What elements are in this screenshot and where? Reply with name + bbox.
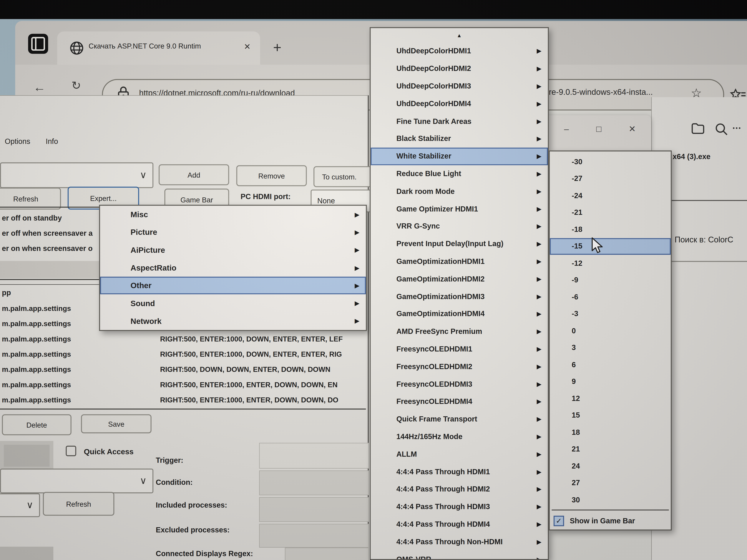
trigger-input[interactable]	[259, 443, 369, 469]
search-icon[interactable]	[715, 123, 728, 136]
value-menu-item[interactable]: -18	[550, 221, 671, 238]
refresh-button[interactable]: Refresh	[0, 188, 61, 209]
value-menu-item[interactable]: -24	[550, 187, 671, 204]
submenu-item[interactable]: VRR G-Sync ▶	[371, 218, 548, 235]
show-in-game-bar-item[interactable]: ✓ Show in Game Bar	[550, 511, 671, 530]
connected-displays-regex-input[interactable]	[285, 548, 369, 560]
submenu-item[interactable]: Reduce Blue Light ▶	[371, 165, 548, 183]
minimize-icon[interactable]: –	[559, 121, 574, 137]
value-menu-item[interactable]: 27	[550, 475, 671, 491]
folder-icon[interactable]	[691, 122, 705, 135]
to-custom-button[interactable]: To custom.	[313, 166, 374, 187]
value-menu-item[interactable]: -9	[550, 272, 671, 289]
new-tab-button[interactable]: +	[268, 38, 287, 57]
submenu-item[interactable]: FreesyncOLEDHDMI3 ▶	[371, 375, 548, 393]
context-menu-item[interactable]: Sound ▶	[100, 294, 366, 312]
scroll-up-icon[interactable]: ▲	[371, 28, 548, 43]
submenu-item[interactable]: Fine Tune Dark Areas ▶	[371, 112, 548, 130]
submenu-item[interactable]: FreesyncOLEDHDMI1 ▶	[371, 340, 548, 358]
value-menu-item[interactable]: 6	[550, 356, 671, 373]
value-menu-item[interactable]: 21	[550, 441, 671, 458]
submenu-item[interactable]: White Stabilizer ▶	[371, 148, 548, 165]
delete-button[interactable]: Delete	[2, 414, 71, 435]
submenu-item[interactable]: 4:4:4 Pass Through HDMI3 ▶	[371, 498, 548, 515]
maximize-icon[interactable]: □	[591, 121, 607, 137]
value-menu-item[interactable]: -6	[550, 289, 671, 305]
excluded-processes-input[interactable]	[259, 524, 369, 548]
tab-actions-icon[interactable]	[28, 33, 49, 54]
submenu-item-label: FreesyncOLEDHDMI3	[396, 380, 472, 388]
submenu-item[interactable]: Prevent Input Delay(Input Lag) ▶	[371, 235, 548, 253]
context-menu-item[interactable]: AiPicture ▶	[100, 241, 366, 259]
value-menu-item[interactable]: -21	[550, 204, 671, 221]
value-menu-item[interactable]: 15	[550, 407, 671, 424]
value-menu-item[interactable]: -12	[550, 255, 671, 272]
table-row[interactable]: m.palm.app.settings RIGHT:500, ENTER:100…	[0, 331, 366, 347]
value-menu-item[interactable]: 0	[550, 322, 671, 339]
submenu-item[interactable]: GameOptimizationHDMI1 ▶	[371, 252, 548, 270]
checked-checkbox-icon[interactable]: ✓	[553, 515, 564, 526]
close-tab-icon[interactable]: ✕	[240, 40, 254, 54]
submenu-item[interactable]: 4:4:4 Pass Through HDMI4 ▶	[371, 515, 548, 533]
submenu-item[interactable]: FreesyncOLEDHDMI4 ▶	[371, 393, 548, 410]
quick-access-checkbox[interactable]	[66, 446, 76, 456]
condition-dropdown[interactable]: ∨	[0, 469, 153, 494]
add-button[interactable]: Add	[159, 164, 229, 185]
submenu-item[interactable]: ALLM ▶	[371, 445, 548, 463]
close-icon[interactable]: ✕	[624, 121, 640, 137]
value-menu-item[interactable]: 24	[550, 458, 671, 475]
submenu-item[interactable]: FreesyncOLEDHDMI2 ▶	[371, 358, 548, 375]
context-menu-item[interactable]: Network ▶	[100, 312, 366, 330]
submenu-item[interactable]: GameOptimizationHDMI2 ▶	[371, 270, 548, 288]
value-menu-item[interactable]: 3	[550, 339, 671, 356]
context-menu-item[interactable]: Misc ▶	[100, 206, 366, 223]
value-menu-item[interactable]: -27	[550, 170, 671, 187]
value-menu-item[interactable]: 30	[550, 491, 671, 508]
submenu-item[interactable]: 4:4:4 Pass Through HDMI2 ▶	[371, 480, 548, 498]
table-row[interactable]: m.palm.app.settings RIGHT:500, ENTER:100…	[0, 347, 366, 362]
back-icon[interactable]: ←	[33, 80, 51, 95]
remove-button[interactable]: Remove	[236, 165, 307, 186]
submenu-item[interactable]: Dark room Mode ▶	[371, 183, 548, 200]
submenu-arrow-icon: ▶	[537, 83, 541, 89]
condition-input[interactable]	[259, 471, 369, 496]
submenu-item[interactable]: GameOptimizationHDMI3 ▶	[371, 288, 548, 305]
submenu-item[interactable]: QMS-VRR ▶	[371, 551, 548, 560]
more-options-icon[interactable]: •••	[733, 125, 742, 132]
value-menu-item[interactable]: 12	[550, 390, 671, 407]
save-button[interactable]: Save	[81, 414, 152, 433]
context-menu-item[interactable]: Picture ▶	[100, 223, 366, 241]
table-row[interactable]: m.palm.app.settings RIGHT:500, ENTER:100…	[0, 377, 366, 393]
submenu-item[interactable]: Game Optimizer HDMI1 ▶	[371, 200, 548, 218]
submenu-item[interactable]: UhdDeepColorHDMI3 ▶	[371, 77, 548, 95]
mouse-cursor	[591, 237, 605, 255]
submenu-item[interactable]: Quick Frame Transport ▶	[371, 410, 548, 428]
reload-icon[interactable]: ↻	[72, 79, 89, 92]
submenu-item[interactable]: 144Hz/165Hz Mode ▶	[371, 428, 548, 446]
submenu-item[interactable]: 4:4:4 Pass Through Non-HDMI ▶	[371, 533, 548, 551]
refresh-processes-button[interactable]: Refresh	[43, 492, 114, 516]
menu-separator	[552, 509, 669, 510]
value-menu-item[interactable]: -30	[550, 153, 671, 170]
value-menu-item[interactable]: -3	[550, 305, 671, 322]
submenu-item[interactable]: 4:4:4 Pass Through HDMI1 ▶	[371, 463, 548, 481]
submenu-item[interactable]: UhdDeepColorHDMI1 ▶	[371, 43, 548, 60]
submenu-item[interactable]: AMD FreeSync Premium ▶	[371, 323, 548, 340]
context-menu-item[interactable]: AspectRatio ▶	[100, 259, 366, 277]
value-menu-item[interactable]: 9	[550, 373, 671, 390]
submenu-item[interactable]: GameOptimizationHDMI4 ▶	[371, 305, 548, 323]
context-menu-item[interactable]: Other ▶	[100, 277, 366, 294]
menu-info[interactable]: Info	[46, 137, 58, 146]
submenu-item[interactable]: UhdDeepColorHDMI4 ▶	[371, 95, 548, 113]
menu-options[interactable]: Options	[5, 137, 30, 146]
value-menu-item[interactable]: 18	[550, 424, 671, 441]
display-dropdown[interactable]: ∨	[0, 494, 40, 517]
table-row[interactable]: m.palm.app.settings RIGHT:500, ENTER:100…	[0, 393, 366, 407]
table-row[interactable]: m.palm.app.settings RIGHT:500, DOWN, DOW…	[0, 362, 366, 377]
profile-dropdown[interactable]: ∨	[0, 162, 153, 188]
submenu-item[interactable]: UhdDeepColorHDMI2 ▶	[371, 60, 548, 77]
submenu-item[interactable]: Black Stabilizer ▶	[371, 130, 548, 148]
value-menu-item[interactable]: -15	[550, 238, 671, 255]
included-processes-input[interactable]	[259, 497, 369, 522]
submenu-item-label: FreesyncOLEDHDMI2	[396, 362, 472, 371]
